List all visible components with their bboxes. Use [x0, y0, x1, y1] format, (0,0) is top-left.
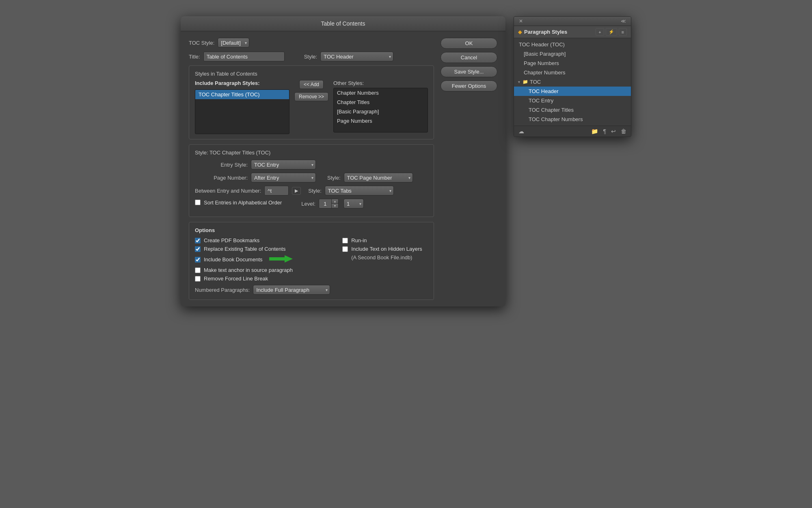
- sort-label: Sort Entries in Alphabetical Order: [204, 200, 282, 206]
- panel-close-button[interactable]: ✕: [517, 18, 525, 24]
- spinner-up[interactable]: ▲: [332, 199, 338, 204]
- title-label: Title:: [189, 54, 200, 60]
- panel-item-chapter-numbers[interactable]: Chapter Numbers: [514, 68, 631, 77]
- panel-item-basic-paragraph[interactable]: [Basic Paragraph]: [514, 49, 631, 59]
- other-style-item-3[interactable]: Page Numbers: [334, 116, 428, 126]
- panel-collapse-button[interactable]: ≪: [619, 18, 628, 24]
- panel-item-toc-chapter-numbers[interactable]: TOC Chapter Numbers: [514, 115, 631, 124]
- toc-dialog: Table of Contents TOC Style: [Default] T…: [181, 16, 505, 306]
- include-list-item[interactable]: TOC Chapter Titles (TOC): [195, 90, 289, 99]
- between-style-select[interactable]: TOC Tabs: [325, 186, 394, 195]
- green-arrow: [269, 254, 294, 265]
- panel-trash-button[interactable]: 🗑: [620, 128, 628, 135]
- styles-section-title: Styles in Table of Contents: [195, 71, 428, 77]
- panel-arrow-button[interactable]: ↩: [610, 128, 617, 135]
- add-button[interactable]: << Add: [299, 80, 324, 89]
- entry-style-label: Entry Style:: [195, 162, 248, 168]
- panel-folder-button[interactable]: 📁: [590, 128, 599, 135]
- between-entry-arrow-btn[interactable]: ▶: [292, 187, 301, 195]
- spinner-down[interactable]: ▼: [332, 204, 338, 208]
- panel-controls: + ⚡ ≡: [596, 28, 627, 36]
- panel-item-label: TOC Header (TOC): [519, 41, 565, 48]
- second-book-label-wrap: (A Second Book File.indb): [342, 254, 428, 261]
- toc-style-select-wrap: [Default]: [218, 38, 249, 48]
- save-style-button[interactable]: Save Style...: [441, 66, 497, 77]
- create-pdf-label: Create PDF Bookmarks: [204, 237, 259, 243]
- replace-toc-checkbox[interactable]: [195, 246, 201, 252]
- sort-level-row: Sort Entries in Alphabetical Order Level…: [195, 199, 428, 208]
- options-col-left: Create PDF Bookmarks Replace Existing Ta…: [195, 237, 330, 295]
- include-book-checkbox[interactable]: [195, 257, 201, 263]
- other-styles-wrap: Other Styles: Chapter Numbers Chapter Ti…: [333, 80, 428, 132]
- style-select-wrap: TOC Header: [320, 52, 393, 61]
- style-select[interactable]: TOC Header: [320, 52, 393, 61]
- style-label: Style:: [304, 54, 317, 60]
- make-anchor-row: Make text anchor in source paragraph: [195, 267, 330, 273]
- options-title: Options: [195, 227, 428, 233]
- options-columns: Create PDF Bookmarks Replace Existing Ta…: [195, 237, 428, 295]
- panel-item-label: TOC Entry: [529, 98, 553, 104]
- panel-item-toc-chapter-titles[interactable]: TOC Chapter Titles: [514, 105, 631, 115]
- page-number-style-select[interactable]: TOC Page Number: [344, 173, 413, 182]
- panel-item-toc-header[interactable]: TOC Header: [514, 87, 631, 96]
- panel-item-label: Page Numbers: [524, 60, 559, 66]
- page-number-row: Page Number: After Entry Style: TOC Page…: [195, 173, 428, 182]
- numbered-paragraphs-select[interactable]: Include Full Paragraph: [253, 285, 330, 295]
- page-number-style-label: Style:: [327, 175, 341, 181]
- include-hidden-label: Include Text on Hidden Layers: [351, 246, 422, 252]
- toc-style-row: TOC Style: [Default]: [189, 38, 434, 48]
- panel-item-page-numbers[interactable]: Page Numbers: [514, 59, 631, 68]
- fewer-options-button[interactable]: Fewer Options: [441, 80, 497, 91]
- cancel-button[interactable]: Cancel: [441, 52, 497, 63]
- folder-icon: 📁: [523, 79, 528, 85]
- options-col-right: Run-in Include Text on Hidden Layers (A …: [342, 237, 428, 295]
- numbered-paragraphs-row: Numbered Paragraphs: Include Full Paragr…: [195, 285, 330, 295]
- panel-paragraph-button[interactable]: ¶: [602, 128, 607, 135]
- dialog-titlebar: Table of Contents: [181, 16, 505, 31]
- run-in-label: Run-in: [351, 237, 367, 243]
- include-book-row: Include Book Documents: [195, 254, 330, 265]
- toc-style-label: TOC Style:: [189, 40, 214, 46]
- title-input[interactable]: [203, 52, 285, 61]
- svg-marker-0: [269, 255, 293, 263]
- panel-bolt-button[interactable]: ⚡: [606, 28, 617, 36]
- panel-header-row: ◆ Paragraph Styles + ⚡ ≡: [514, 26, 631, 38]
- sort-checkbox[interactable]: [195, 200, 201, 205]
- other-style-item-1[interactable]: Chapter Titles: [334, 98, 428, 107]
- panel-menu-button[interactable]: ≡: [619, 28, 627, 36]
- add-remove-btns: << Add Remove >>: [294, 80, 328, 101]
- run-in-checkbox[interactable]: [342, 238, 348, 243]
- entry-style-select[interactable]: TOC Entry: [251, 160, 316, 169]
- remove-button[interactable]: Remove >>: [294, 92, 328, 101]
- run-in-row: Run-in: [342, 237, 428, 243]
- panel-item-label: TOC Chapter Titles: [529, 107, 574, 113]
- level-spinner: ▲ ▼: [319, 199, 339, 208]
- remove-break-row: Remove Forced Line Break: [195, 276, 330, 282]
- level-select-wrap: 1: [343, 199, 364, 208]
- panel-group-toc[interactable]: ▼ 📁 TOC: [514, 77, 631, 87]
- page-number-select-wrap: After Entry: [251, 173, 316, 182]
- dialog-right-buttons: OK Cancel Save Style... Fewer Options: [441, 38, 497, 300]
- between-entry-row: Between Entry and Number: ▶ Style: TOC T…: [195, 186, 428, 195]
- toc-style-select[interactable]: [Default]: [218, 38, 249, 48]
- other-style-item-0[interactable]: Chapter Numbers: [334, 88, 428, 98]
- other-styles-list: Chapter Numbers Chapter Titles [Basic Pa…: [333, 88, 428, 132]
- create-pdf-checkbox[interactable]: [195, 238, 201, 243]
- panel-item-toc-header-toc[interactable]: TOC Header (TOC): [514, 40, 631, 49]
- page-number-select[interactable]: After Entry: [251, 173, 316, 182]
- include-hidden-checkbox[interactable]: [342, 246, 348, 252]
- between-entry-input[interactable]: [264, 186, 289, 195]
- panel-add-button[interactable]: +: [596, 28, 604, 36]
- panel-cloud-button[interactable]: ☁: [517, 128, 525, 135]
- level-select[interactable]: 1: [343, 199, 364, 208]
- other-style-item-2[interactable]: [Basic Paragraph]: [334, 107, 428, 116]
- make-anchor-checkbox[interactable]: [195, 267, 201, 273]
- ok-button[interactable]: OK: [441, 38, 497, 49]
- remove-break-label: Remove Forced Line Break: [204, 276, 268, 282]
- replace-toc-label: Replace Existing Table of Contents: [204, 246, 285, 252]
- dialog-title: Table of Contents: [321, 20, 365, 27]
- remove-break-checkbox[interactable]: [195, 276, 201, 282]
- level-input[interactable]: [319, 200, 331, 208]
- panel-item-toc-entry[interactable]: TOC Entry: [514, 96, 631, 105]
- between-style-select-wrap: TOC Tabs: [325, 186, 394, 195]
